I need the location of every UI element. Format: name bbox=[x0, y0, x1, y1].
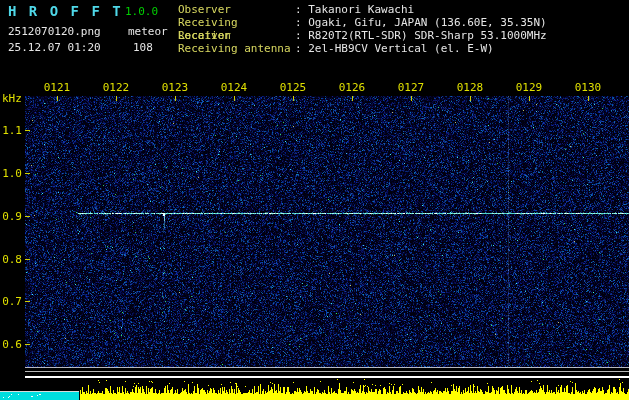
capture-filename: 2512070120.png bbox=[8, 25, 101, 38]
capture-datetime: 25.12.07 01:20 bbox=[8, 41, 101, 54]
mode-label: meteor bbox=[128, 25, 168, 38]
info-row-observer: Observer : Takanori Kawachi bbox=[178, 3, 547, 16]
time-tick-label: 0121 bbox=[37, 81, 77, 94]
time-tick-label: 0123 bbox=[155, 81, 195, 94]
freq-axis-unit: kHz bbox=[2, 92, 28, 105]
info-row-antenna: Receiving antenna : 2el-HB9CV Vertical (… bbox=[178, 42, 547, 55]
time-tick-label: 0127 bbox=[391, 81, 431, 94]
freq-tick-label: 0.9 bbox=[0, 210, 22, 223]
time-tick-label: 0124 bbox=[214, 81, 254, 94]
freq-tick-label: 0.8 bbox=[0, 253, 22, 266]
info-row-receiver: Receiver : R820T2(RTL-SDR) SDR-Sharp 53.… bbox=[178, 29, 547, 42]
info-value: : Ogaki, Gifu, JAPAN (136.60E, 35.35N) bbox=[295, 16, 547, 29]
info-value: : R820T2(RTL-SDR) SDR-Sharp 53.1000MHz bbox=[295, 29, 547, 42]
station-info: Observer : Takanori Kawachi Receiving Lo… bbox=[178, 3, 547, 55]
info-label: Receiver bbox=[178, 29, 295, 42]
spectrogram-canvas bbox=[0, 0, 629, 400]
time-tick-label: 0122 bbox=[96, 81, 136, 94]
info-label: Receiving antenna bbox=[178, 42, 295, 55]
info-value: : Takanori Kawachi bbox=[295, 3, 414, 16]
app-version: 1.0.0 bbox=[125, 5, 158, 18]
app-title: H R O F F T bbox=[8, 3, 123, 19]
time-tick-label: 0126 bbox=[332, 81, 372, 94]
info-label: Observer bbox=[178, 3, 295, 16]
time-tick-label: 0128 bbox=[450, 81, 490, 94]
info-label: Receiving Location bbox=[178, 16, 295, 29]
freq-tick-label: 1.0 bbox=[0, 167, 22, 180]
info-row-location: Receiving Location : Ogaki, Gifu, JAPAN … bbox=[178, 16, 547, 29]
info-value: : 2el-HB9CV Vertical (el. E-W) bbox=[295, 42, 494, 55]
freq-tick-label: 0.7 bbox=[0, 295, 22, 308]
time-tick-label: 0125 bbox=[273, 81, 313, 94]
echo-count: 108 bbox=[133, 41, 153, 54]
freq-tick-label: 0.6 bbox=[0, 338, 22, 351]
freq-tick-label: 1.1 bbox=[0, 124, 22, 137]
time-tick-label: 0130 bbox=[568, 81, 608, 94]
time-tick-label: 0129 bbox=[509, 81, 549, 94]
hrofft-window: H R O F F T 1.0.0 2512070120.png meteor … bbox=[0, 0, 629, 400]
